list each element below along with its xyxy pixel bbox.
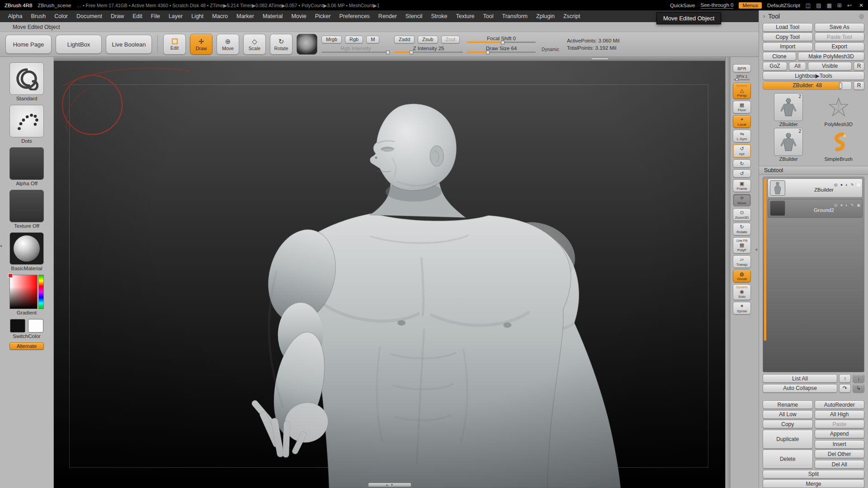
menu-item[interactable]: Color <box>50 10 72 22</box>
subtool-row-zbuilder[interactable]: ◎ ● ◐ ✎ ◉ ZBuilder <box>768 178 863 197</box>
rotate-button[interactable]: ↻ Rotate <box>270 34 292 55</box>
lightbox-button[interactable]: LightBox <box>56 35 102 54</box>
subtool-scrollbar[interactable] <box>764 179 766 341</box>
xyz-button[interactable]: ↺ xyz <box>733 144 751 158</box>
load-tool-button[interactable]: Load Tool <box>763 23 813 32</box>
lightbox-tools-button[interactable]: Lightbox▶Tools <box>763 71 864 80</box>
hscroll-thumb[interactable] <box>591 57 609 60</box>
zcut-button[interactable]: Zcut <box>441 36 460 43</box>
paste-tool-button[interactable]: Paste Tool <box>815 33 865 41</box>
z-intensity-slider[interactable]: Z Intensity 25 <box>394 46 463 53</box>
menu-item[interactable]: Zscript <box>559 10 585 22</box>
subtool-redo-button[interactable]: ↷ <box>839 384 851 393</box>
document-canvas[interactable]: ▲ ▼ <box>54 61 725 488</box>
tray-collapse-icon[interactable]: ◂ <box>0 243 2 248</box>
goz-r-button[interactable]: R <box>854 62 864 70</box>
subtool-row-ground2[interactable]: ◎ ● ◐ ✎ ◉ Ground2 <box>768 199 863 218</box>
subtool-branch-button[interactable]: ↳ <box>853 384 864 393</box>
save-as-button[interactable]: Save As <box>815 23 865 32</box>
window-icon[interactable]: ◫ <box>806 3 811 8</box>
subtool-ring-icon[interactable]: ◎ <box>834 183 838 187</box>
merge-button[interactable]: Merge <box>763 479 864 488</box>
tool-thumb-zbuilder[interactable]: 2 ZBuilder <box>764 93 813 127</box>
back-icon[interactable]: ↩ <box>847 3 852 8</box>
menu-item[interactable]: Zplugin <box>532 10 559 22</box>
canvas-horizontal-scrollbar[interactable] <box>54 57 725 61</box>
menu-item[interactable]: File <box>146 10 164 22</box>
transp-button[interactable]: ▱ Transp <box>733 255 751 268</box>
tool-thumb-zbuilder-2[interactable]: 2 ZBuilder <box>764 128 813 162</box>
menu-item[interactable]: Edit <box>128 10 147 22</box>
rotate-nav-button[interactable]: ↻ Rotate <box>733 223 751 235</box>
canvas-resize-handle[interactable]: ▲ ▼ <box>368 483 411 487</box>
current-brush[interactable]: Standard <box>9 62 44 101</box>
subtool-half-icon[interactable]: ◐ <box>845 183 848 187</box>
brush-preview[interactable] <box>297 34 317 55</box>
persp-button[interactable]: Dynamic △ Persp <box>733 83 751 99</box>
spix-slider[interactable]: SPix 1 <box>733 74 751 80</box>
subtool-eye-icon[interactable]: ◉ <box>857 203 860 207</box>
subtool-dot-icon[interactable]: ● <box>840 203 843 207</box>
menu-item[interactable]: Render <box>374 10 401 22</box>
gradient-picker[interactable] <box>9 275 44 309</box>
delete-button[interactable]: Delete <box>763 450 813 469</box>
current-texture[interactable]: Texture Off <box>9 190 44 229</box>
import-button[interactable]: Import <box>763 42 813 51</box>
append-button[interactable]: Append <box>815 430 865 438</box>
zsub-button[interactable]: Zsub <box>418 36 438 43</box>
rgb-button[interactable]: Rgb <box>345 36 363 43</box>
move-button[interactable]: ⊕ Move <box>217 34 239 55</box>
draw-size-slider[interactable]: Draw Size 64 <box>467 46 536 53</box>
alpha-thumbnail[interactable] <box>9 147 44 180</box>
live-boolean-button[interactable]: Live Boolean <box>106 35 152 54</box>
dynamic-label[interactable]: Dynamic <box>542 47 559 52</box>
subtool-dot-icon[interactable]: ● <box>840 183 843 187</box>
plus-box-icon[interactable]: ⊞ <box>837 3 842 8</box>
goz-button[interactable]: GoZ <box>763 62 787 70</box>
current-stroke[interactable]: Dots <box>9 105 44 144</box>
hue-strip[interactable] <box>38 275 44 309</box>
rgb-intensity-slider[interactable]: Rgb Intensity <box>321 46 390 53</box>
zadd-button[interactable]: Zadd <box>394 36 415 43</box>
auto-collapse-button[interactable]: Auto Collapse <box>763 384 837 393</box>
solo-button[interactable]: Dynamic ◉ Solo <box>733 284 751 300</box>
material-thumbnail[interactable] <box>9 232 44 265</box>
main-color-swatch[interactable] <box>10 319 25 333</box>
subtool-eye-icon[interactable]: ◉ <box>857 183 860 187</box>
see-through-slider[interactable]: See-through 0 <box>701 2 734 9</box>
brush-thumbnail[interactable] <box>9 62 44 95</box>
clone-button[interactable]: Clone <box>763 52 796 61</box>
spin-ccw-button[interactable]: ↺ <box>733 169 751 178</box>
subtool-ring-icon[interactable]: ◎ <box>834 203 838 207</box>
menu-item[interactable]: Macro <box>208 10 232 22</box>
draw-button[interactable]: ✛ Draw <box>190 34 212 55</box>
focal-shift-slider[interactable]: Focal Shift 0 <box>467 36 536 43</box>
tool-thumb-polymesh3d[interactable]: PolyMesh3D <box>815 93 863 127</box>
all-low-button[interactable]: All Low <box>763 410 813 419</box>
menu-item[interactable]: Material <box>258 10 287 22</box>
active-tool-slider[interactable]: ZBuilder: 48 <box>763 81 852 90</box>
palette-menu-icon[interactable]: ◎ <box>859 13 864 19</box>
menu-item[interactable]: Light <box>187 10 208 22</box>
line-fill-button[interactable]: Line Fill ▦ PolyF <box>733 237 751 253</box>
lsym-button[interactable]: ⇋ L.Sym <box>733 130 751 142</box>
quicksave-button[interactable]: QuickSave <box>670 3 695 8</box>
floor-button[interactable]: ▦ Floor <box>733 101 751 113</box>
export-button[interactable]: Export <box>815 42 865 51</box>
canvas-vertical-scrollbar[interactable] <box>725 57 731 488</box>
home-page-button[interactable]: Home Page <box>5 35 52 54</box>
subtool-half-icon[interactable]: ◐ <box>845 203 848 207</box>
zoom3d-button[interactable]: ⊙ Zoom3D <box>733 208 751 221</box>
menu-item[interactable]: Picker <box>311 10 335 22</box>
ghost-button[interactable]: ◍ Ghost <box>733 270 751 282</box>
subtool-pencil-icon[interactable]: ✎ <box>851 183 854 187</box>
menu-item[interactable]: Stencil <box>401 10 427 22</box>
tool-thumb-simplebrush[interactable]: SimpleBrush <box>815 128 863 162</box>
color-picker[interactable]: Gradient <box>9 275 44 315</box>
saturation-square[interactable] <box>9 275 38 309</box>
menu-item[interactable]: Marker <box>232 10 259 22</box>
menu-item[interactable]: Stroke <box>427 10 452 22</box>
copy-tool-button[interactable]: Copy Tool <box>763 33 813 41</box>
duplicate-button[interactable]: Duplicate <box>763 430 813 449</box>
spin-cw-button[interactable]: ↻ <box>733 160 751 168</box>
